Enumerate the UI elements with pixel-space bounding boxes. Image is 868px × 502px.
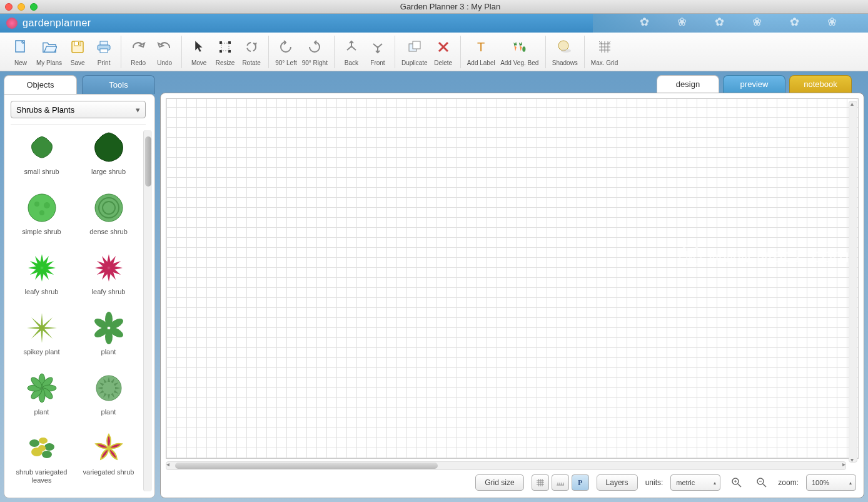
text-label-icon: T: [473, 38, 488, 57]
svg-point-43: [44, 443, 54, 451]
tab-objects[interactable]: Objects: [4, 75, 77, 94]
palette-item-plant-2[interactable]: plant: [11, 371, 73, 423]
rotate-right-button[interactable]: 90° Right: [300, 36, 330, 68]
zoom-out-button[interactable]: [753, 474, 770, 491]
brand-logo-icon: [6, 18, 18, 29]
undo-button[interactable]: Undo: [151, 36, 178, 68]
send-back-button[interactable]: Back: [338, 36, 365, 68]
my-plans-button[interactable]: My Plans: [34, 36, 64, 68]
tab-design[interactable]: design: [657, 75, 719, 93]
category-dropdown[interactable]: Shrubs & Plants: [11, 101, 146, 118]
plant-icon: [24, 371, 59, 406]
palette-item-plant-3[interactable]: plant: [78, 371, 139, 423]
palette-item-variegated-shrub-1[interactable]: shrub variegated leaves: [11, 431, 73, 491]
shadows-button[interactable]: Shadows: [550, 36, 580, 68]
sidebar: Objects Tools Shrubs & Plants small shru…: [4, 75, 155, 498]
window-controls: [5, 3, 38, 11]
palette-item-dense-shrub[interactable]: dense shrub: [78, 190, 139, 243]
palette-item-simple-shrub[interactable]: simple shrub: [11, 190, 73, 243]
svg-rect-11: [221, 43, 229, 51]
palette-item-variegated-shrub-2[interactable]: variegated shrub: [78, 431, 139, 491]
variegated-shrub-icon: [24, 431, 59, 466]
canvas-horizontal-scrollbar[interactable]: [166, 461, 846, 470]
save-button[interactable]: Save: [64, 36, 91, 68]
grid-display-button-1[interactable]: [532, 474, 549, 491]
send-back-icon: [344, 38, 359, 57]
grid-display-button-p[interactable]: P: [572, 474, 589, 491]
svg-point-21: [44, 202, 50, 208]
svg-point-19: [28, 194, 56, 222]
brand-decoration: [593, 14, 868, 33]
shrub-icon: [24, 130, 59, 165]
add-veg-bed-button[interactable]: Add Veg. Bed: [498, 36, 542, 68]
svg-point-42: [39, 438, 48, 444]
redo-button[interactable]: Redo: [125, 36, 151, 68]
scrollbar-thumb[interactable]: [145, 136, 151, 187]
palette-item-leafy-shrub-pink[interactable]: leafy shrub: [78, 250, 139, 303]
design-canvas[interactable]: [166, 98, 859, 459]
spikey-plant-icon: [24, 310, 59, 346]
zoom-select[interactable]: 100%: [806, 474, 856, 491]
units-select[interactable]: metric: [670, 474, 720, 491]
svg-point-45: [42, 451, 52, 458]
object-palette: small shrub large shrub simple shrub den…: [11, 130, 143, 491]
svg-point-20: [34, 202, 39, 207]
bring-front-button[interactable]: Front: [365, 36, 391, 68]
add-label-button[interactable]: T Add Label: [465, 36, 498, 68]
resize-button[interactable]: Resize: [212, 36, 238, 68]
scrollbar-thumb[interactable]: [175, 463, 438, 469]
titlebar: Garden Planner 3 : My Plan: [0, 0, 868, 14]
category-value: Shrubs & Plants: [16, 105, 74, 115]
rotate-button[interactable]: Rotate: [238, 36, 265, 68]
shrub-icon: [91, 130, 126, 165]
shadows-icon: [557, 38, 572, 57]
variegated-shrub-icon: [91, 431, 126, 466]
palette-item-plant-1[interactable]: plant: [78, 310, 139, 363]
layers-button[interactable]: Layers: [597, 474, 638, 491]
plant-icon: [91, 371, 126, 406]
resize-icon: [218, 38, 233, 57]
svg-rect-4: [100, 41, 108, 45]
shrub-icon: [91, 190, 126, 225]
close-window-button[interactable]: [5, 3, 13, 11]
tab-tools[interactable]: Tools: [82, 75, 155, 94]
undo-icon: [157, 38, 172, 57]
rotate-left-button[interactable]: 90° Left: [273, 36, 300, 68]
duplicate-icon: [407, 38, 422, 57]
print-button[interactable]: Print: [91, 36, 117, 68]
canvas-vertical-scrollbar[interactable]: [849, 101, 857, 463]
svg-point-46: [38, 445, 46, 451]
maximize-window-button[interactable]: [30, 3, 38, 11]
duplicate-button[interactable]: Duplicate: [399, 36, 430, 68]
move-cursor-icon: [191, 38, 206, 57]
bring-front-icon: [370, 38, 385, 57]
svg-rect-3: [78, 42, 79, 45]
palette-item-spikey-plant[interactable]: spikey plant: [11, 310, 73, 363]
palette-item-small-shrub[interactable]: small shrub: [11, 130, 73, 183]
new-button[interactable]: New: [8, 36, 34, 68]
zoom-label: zoom:: [778, 478, 799, 487]
palette-item-large-shrub[interactable]: large shrub: [78, 130, 139, 183]
tab-preview[interactable]: preview: [723, 75, 785, 93]
svg-text:T: T: [477, 40, 485, 54]
grid-icon: [597, 38, 612, 57]
zoom-in-button[interactable]: [728, 474, 745, 491]
delete-button[interactable]: Delete: [430, 36, 457, 68]
tab-notebook[interactable]: notebook: [789, 75, 852, 93]
minimize-window-button[interactable]: [18, 3, 25, 11]
svg-point-22: [39, 210, 44, 215]
new-file-icon: [13, 38, 28, 57]
folder-icon: [42, 38, 57, 57]
palette-item-leafy-shrub-green[interactable]: leafy shrub: [11, 250, 73, 303]
move-button[interactable]: Move: [186, 36, 212, 68]
svg-rect-14: [413, 41, 420, 49]
max-grid-button[interactable]: Max. Grid: [588, 36, 620, 68]
grid-display-button-2[interactable]: [552, 474, 569, 491]
brand-name: gardenplanner: [23, 18, 91, 29]
palette-scrollbar[interactable]: [143, 130, 152, 491]
brand-bar: gardenplanner: [0, 14, 868, 33]
grid-size-button[interactable]: Grid size: [475, 474, 523, 491]
delete-icon: [436, 38, 451, 57]
plant-icon: [91, 310, 126, 346]
svg-point-41: [29, 439, 39, 447]
